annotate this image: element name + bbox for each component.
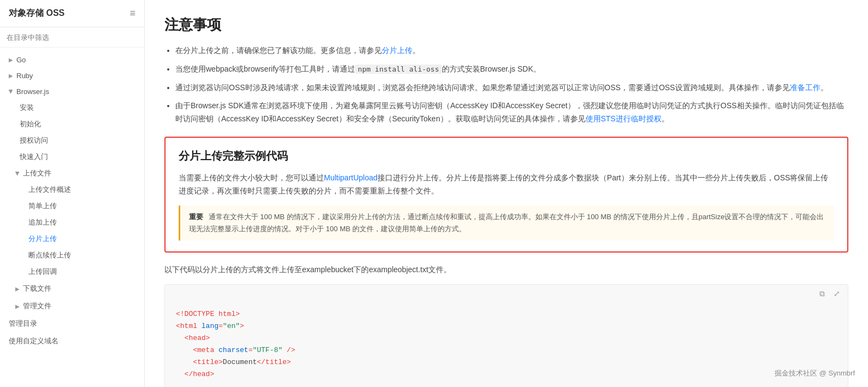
highlight-box-intro: 当需要上传的文件大小较大时，您可以通过MultipartUpload接口进行分片…	[179, 171, 834, 198]
notice3-text: 通过浏览器访问OSS时涉及跨域请求，如果未设置跨域规则，浏览器会拒绝跨域访问请求…	[175, 83, 790, 92]
sidebar-sub-init[interactable]: 初始化	[0, 116, 144, 132]
notice3-link[interactable]: 准备工作	[790, 83, 820, 92]
sidebar-item-go[interactable]: ▶ Go	[0, 52, 144, 68]
sidebar-sub-quickstart[interactable]: 快速入门	[0, 149, 144, 165]
code-content: <!DOCTYPE html> <html lang="en"> <head> …	[165, 302, 848, 387]
notice-item-3: 通过浏览器访问OSS时涉及跨域请求，如果未设置跨域规则，浏览器会拒绝跨域访问请求…	[175, 81, 848, 95]
sidebar-item-custom-domain[interactable]: 使用自定义域名	[0, 332, 144, 350]
sidebar-item-browserjs[interactable]: ▶ Browser.js	[0, 84, 144, 99]
warning-block: 重要 通常在文件大于 100 MB 的情况下，建议采用分片上传的方法，通过断点续…	[179, 206, 834, 241]
code-block: ⧉ ⤢ <!DOCTYPE html> <html lang="en"> <he…	[164, 284, 848, 387]
notice3-after: 。	[820, 83, 828, 92]
sidebar-header: 对象存储 OSS ≡	[0, 0, 144, 27]
sidebar-sub-resumable[interactable]: 断点续传上传	[0, 247, 144, 263]
go-arrow-icon: ▶	[9, 57, 13, 63]
browserjs-arrow-icon: ▶	[8, 90, 14, 94]
download-arrow-icon: ▶	[15, 286, 20, 292]
code-toolbar: ⧉ ⤢	[165, 285, 848, 302]
watermark-text: 掘金技术社区 @ Synmbrf	[775, 369, 855, 377]
menu-icon[interactable]: ≡	[129, 8, 135, 19]
sidebar-nav: ▶ Go ▶ Ruby ▶ Browser.js 安装 初始化 授权访问 快速入…	[0, 48, 144, 387]
sidebar-sub-install[interactable]: 安装	[0, 99, 144, 116]
sidebar-item-browserjs-label: Browser.js	[16, 87, 49, 96]
warning-text: 重要 通常在文件大于 100 MB 的情况下，建议采用分片上传的方法，通过断点续…	[189, 211, 825, 235]
highlight-box: 分片上传完整示例代码 当需要上传的文件大小较大时，您可以通过MultipartU…	[164, 137, 848, 253]
expand-button[interactable]: ⤢	[831, 288, 842, 300]
notice1-link[interactable]: 分片上传	[382, 46, 412, 55]
notice4-after: 。	[662, 114, 669, 123]
sidebar-title: 对象存储 OSS	[9, 8, 64, 19]
sidebar-sub-simple-upload[interactable]: 简单上传	[0, 198, 144, 214]
sidebar-item-manage[interactable]: ▶ 管理文件	[0, 297, 144, 315]
search-input[interactable]	[7, 33, 138, 42]
sidebar-sub-auth[interactable]: 授权访问	[0, 132, 144, 149]
notice-list: 在分片上传之前，请确保您已了解该功能。更多信息，请参见分片上传。 当您使用web…	[164, 44, 848, 126]
sidebar-item-manage-label: 管理文件	[23, 301, 51, 311]
main-content: 注意事项 在分片上传之前，请确保您已了解该功能。更多信息，请参见分片上传。 当您…	[145, 0, 868, 387]
notice2-code: npm install ali-oss	[355, 64, 442, 74]
sidebar-item-download[interactable]: ▶ 下载文件	[0, 280, 144, 297]
copy-button[interactable]: ⧉	[817, 288, 827, 300]
notice1-after: 。	[412, 46, 420, 55]
upload-arrow-icon: ▶	[15, 171, 21, 175]
sidebar-group-upload[interactable]: ▶ 上传文件	[0, 165, 144, 181]
ruby-arrow-icon: ▶	[9, 73, 13, 79]
sidebar-item-go-label: Go	[16, 56, 26, 64]
page-title: 注意事项	[164, 15, 848, 34]
sidebar-item-custom-domain-label: 使用自定义域名	[9, 336, 58, 346]
notice-item-1: 在分片上传之前，请确保您已了解该功能。更多信息，请参见分片上传。	[175, 44, 848, 57]
sidebar: 对象存储 OSS ≡ ▶ Go ▶ Ruby ▶ Browser.js 安装 初…	[0, 0, 145, 387]
sidebar-item-manage-dir-label: 管理目录	[9, 319, 37, 329]
warning-content: 通常在文件大于 100 MB 的情况下，建议采用分片上传的方法，通过断点续传和重…	[189, 213, 824, 233]
sidebar-search-container	[0, 27, 144, 48]
notice2-text-after: 的方式安装Browser.js SDK。	[442, 64, 541, 73]
notice2-text-before: 当您使用webpack或browserify等打包工具时，请通过	[175, 64, 355, 73]
highlight-box-title: 分片上传完整示例代码	[179, 149, 834, 163]
warning-label: 重要	[189, 213, 203, 221]
sidebar-item-ruby[interactable]: ▶ Ruby	[0, 68, 144, 84]
footer-watermark: 掘金技术社区 @ Synmbrf	[775, 368, 855, 378]
sidebar-item-manage-dir[interactable]: 管理目录	[0, 315, 144, 332]
sidebar-sub-multipart[interactable]: 分片上传	[0, 231, 144, 247]
notice4-link[interactable]: 使用STS进行临时授权	[586, 114, 662, 123]
sidebar-group-upload-label: 上传文件	[23, 168, 51, 178]
manage-arrow-icon: ▶	[15, 303, 20, 309]
notice1-text: 在分片上传之前，请确保您已了解该功能。更多信息，请参见	[175, 46, 382, 55]
notice-item-2: 当您使用webpack或browserify等打包工具时，请通过npm inst…	[175, 63, 848, 76]
notice-item-4: 由于Browser.js SDK通常在浏览器环境下使用，为避免暴露阿里云账号访问…	[175, 99, 848, 126]
multipart-link[interactable]: MultipartUpload	[324, 173, 377, 182]
intro-text: 以下代码以分片上传的方式将文件上传至examplebucket下的example…	[164, 263, 848, 277]
sidebar-sub-callback[interactable]: 上传回调	[0, 263, 144, 280]
sidebar-sub-upload-overview[interactable]: 上传文件概述	[0, 181, 144, 198]
sidebar-item-download-label: 下载文件	[23, 284, 51, 294]
sidebar-item-ruby-label: Ruby	[16, 72, 33, 80]
notice4-text: 由于Browser.js SDK通常在浏览器环境下使用，为避免暴露阿里云账号访问…	[175, 101, 844, 123]
sidebar-sub-append-upload[interactable]: 追加上传	[0, 214, 144, 231]
